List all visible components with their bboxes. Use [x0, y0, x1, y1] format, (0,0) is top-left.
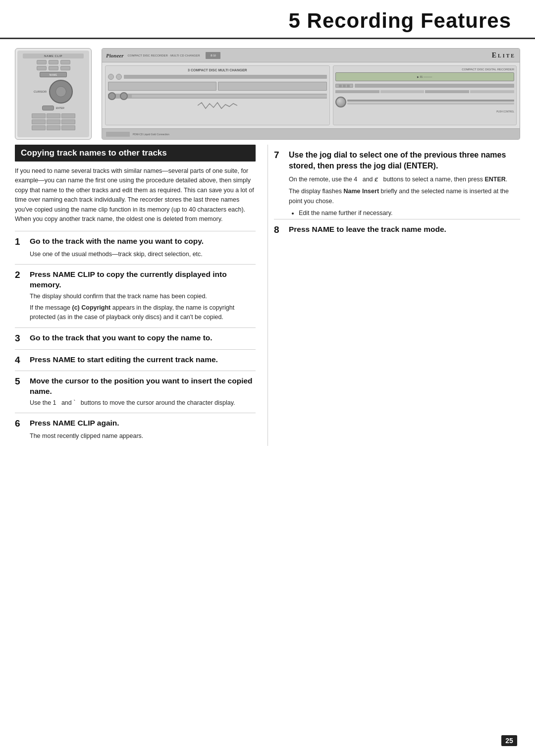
step-1-body: Use one of the usual methods—track skip,…: [15, 250, 256, 259]
page-number: 25: [501, 735, 517, 746]
section-header: Copying track names to other tracks: [15, 145, 256, 162]
step-4-number: 4: [15, 355, 25, 366]
step-7-body-2: The display flashes Name Insert briefly …: [289, 187, 520, 206]
step-1-number: 1: [15, 236, 25, 248]
step-2-body: The display should confirm that the trac…: [15, 292, 256, 323]
step-1-title: Go to the track with the name you want t…: [30, 236, 204, 246]
jog-dial-icon: [335, 97, 346, 108]
deck-left-panel: 3 COMPACT DISC MULTI CHANGER: [105, 65, 330, 125]
remote-btn-4: [37, 66, 47, 70]
step-8-number: 8: [274, 224, 284, 236]
remote-grid-btn-4: [32, 119, 46, 124]
remote-grid-btn-9: [61, 125, 75, 130]
deck-model-label: COMPACT DISC RECORDER · MULTI CD CHANGER: [127, 54, 200, 57]
step-6-body-text: The most recently clipped name appears.: [30, 432, 256, 441]
deck-middle-panel: 3 COMPACT DISC MULTI CHANGER: [102, 62, 520, 128]
step-3-title: Go to the track that you want to copy th…: [30, 333, 213, 343]
remote-grid-btn-5: [47, 119, 60, 124]
deck-brand-label: Pioneer: [106, 53, 123, 58]
remote-btn-6: [60, 66, 70, 70]
remote-btn-2: [49, 60, 58, 64]
remote-enter-btn: [42, 106, 54, 110]
remote-btn-1: [37, 60, 47, 64]
step-7-bullet-list: Edit the name further if necessary.: [289, 209, 520, 218]
remote-grid-btn-7: [32, 125, 46, 130]
intro-paragraph: If you need to name several tracks with …: [15, 166, 256, 224]
left-column: Copying track names to other tracks If y…: [15, 145, 268, 446]
step-7: 7 Use the jog dial to select one of the …: [274, 145, 520, 175]
step-8: 8 Press NAME to leave the track name mod…: [274, 219, 520, 241]
remote-grid-btn-6: [61, 119, 75, 124]
remote-btn-3: [60, 60, 70, 64]
deck-indicator-1: [108, 74, 114, 80]
step-2-number: 2: [15, 270, 25, 281]
deck-top-bar: Pioneer COMPACT DISC RECORDER · MULTI CD…: [102, 49, 520, 62]
step-2-body-2: If the message (c) Copyright appears in …: [30, 303, 256, 323]
remote-grid-btn-2: [47, 113, 60, 118]
remote-btn-5: [49, 66, 58, 70]
remote-grid-btn-3: [61, 113, 75, 118]
main-content: Copying track names to other tracks If y…: [0, 145, 535, 446]
step-5-number: 5: [15, 376, 25, 387]
chapter-title: 5 Recording Features: [289, 9, 511, 33]
step-4-title: Press NAME to start editing the current …: [30, 355, 218, 365]
deck-bottom-bar: PDW-CD Liquid Gold Connection: [102, 128, 520, 139]
step-1: 1 Go to the track with the name you want…: [15, 231, 256, 264]
page-header: 5 Recording Features: [0, 0, 535, 39]
remote-name-label: NAME CLIP: [23, 54, 84, 58]
remote-cursor-cluster: [49, 80, 73, 104]
deck-elite-label: Elite: [492, 52, 516, 59]
step-5-title: Move the cursor to the position you want…: [30, 376, 256, 396]
step-2-title: Press NAME CLIP to copy the currently di…: [30, 270, 256, 289]
step-2-body-1: The display should confirm that the trac…: [30, 292, 256, 301]
step-7-body-1: On the remote, use the 4 and ȼ buttons t…: [289, 175, 520, 184]
step-8-title: Press NAME to leave the track name mode.: [289, 224, 446, 234]
step-6-number: 6: [15, 418, 25, 430]
deck-waveform-icon: [198, 102, 237, 109]
step-3: 3 Go to the track that you want to copy …: [15, 327, 256, 349]
remote-cursor-inner: [55, 86, 66, 97]
step-6: 6 Press NAME CLIP again. The most recent…: [15, 413, 256, 446]
deck-indicator-2: [116, 74, 122, 80]
deck-right-panel: COMPACT DISC DIGITAL RECORDER ▶ 01 ─────: [333, 65, 517, 125]
remote-control-image: NAME CLIP NAME CURSOR: [15, 48, 92, 140]
device-images-area: NAME CLIP NAME CURSOR: [0, 39, 535, 145]
step-3-number: 3: [15, 333, 25, 344]
remote-name-btn: NAME: [40, 72, 67, 77]
step-2: 2 Press NAME CLIP to copy the currently …: [15, 264, 256, 327]
step-4: 4 Press NAME to start editing the curren…: [15, 349, 256, 371]
step-6-body: The most recently clipped name appears.: [15, 432, 256, 441]
step-5: 5 Move the cursor to the position you wa…: [15, 371, 256, 413]
right-column: 7 Use the jog dial to select one of the …: [268, 145, 520, 446]
step-6-title: Press NAME CLIP again.: [30, 418, 119, 428]
deck-copyright-text: PDW-CD Liquid Gold Connection: [133, 133, 169, 136]
step-7-bullet-1: Edit the name further if necessary.: [299, 209, 520, 218]
step-5-body: Use the 1 and ` buttons to move the curs…: [15, 398, 256, 408]
step-7-title: Use the jog dial to select one of the pr…: [289, 150, 520, 172]
right-column-inner: 7 Use the jog dial to select one of the …: [274, 145, 520, 241]
remote-grid-btn-8: [47, 125, 60, 130]
step-7-number: 7: [274, 150, 284, 161]
deck-unit-image: Pioneer COMPACT DISC RECORDER · MULTI CD…: [102, 48, 520, 140]
step-7-body: On the remote, use the 4 and ȼ buttons t…: [274, 175, 520, 218]
remote-grid-btn-1: [32, 113, 46, 118]
